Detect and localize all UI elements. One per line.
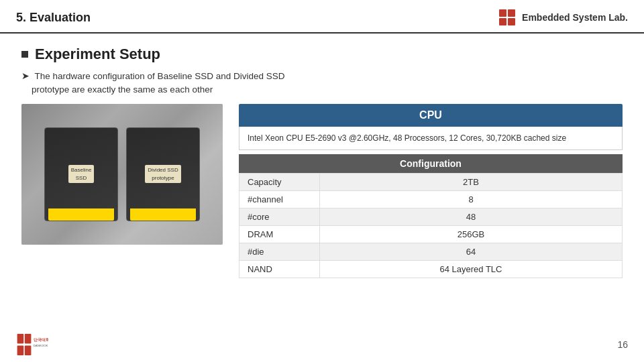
image-area: BaselineSSD Divided SSDprototype <box>21 104 223 245</box>
table-row: #channel8 <box>239 190 623 208</box>
table-row: Capacity2TB <box>239 173 623 190</box>
svg-rect-2 <box>499 18 506 25</box>
footer-logo: 단국대학교 DANKOOK UNIVERSITY <box>16 333 48 357</box>
description-line1: The hardware configuration of Baseline S… <box>35 71 285 81</box>
description: ➤ The hardware configuration of Baseline… <box>21 70 623 97</box>
config-value: 8 <box>320 190 623 208</box>
config-label: NAND <box>239 260 320 278</box>
config-value: 256GB <box>320 225 623 243</box>
pcb-image: BaselineSSD Divided SSDprototype <box>21 104 223 245</box>
footer: 단국대학교 DANKOOK UNIVERSITY 16 <box>0 333 644 357</box>
pcb-label-baseline: BaselineSSD <box>68 165 95 182</box>
config-label: Capacity <box>239 173 320 190</box>
page-title: 5. Evaluation <box>16 11 91 25</box>
pcb-label-divided: Divided SSDprototype <box>145 165 180 182</box>
config-value: 2TB <box>320 173 623 190</box>
table-row: #core48 <box>239 208 623 225</box>
config-value: 48 <box>320 208 623 225</box>
svg-rect-7 <box>25 346 32 355</box>
content-row: BaselineSSD Divided SSDprototype CPU Int… <box>21 104 623 278</box>
pcb-card-divided: Divided SSDprototype <box>126 127 200 221</box>
logo-text: Embedded System Lab. <box>522 12 628 23</box>
svg-rect-3 <box>508 18 515 25</box>
logo-area: Embedded System Lab. <box>498 8 628 27</box>
pcb-connector <box>48 208 113 221</box>
footer-logo-icon: 단국대학교 DANKOOK UNIVERSITY <box>16 333 48 357</box>
pcb-card-baseline: BaselineSSD <box>44 127 118 221</box>
config-label: #die <box>239 243 320 260</box>
config-label: DRAM <box>239 225 320 243</box>
svg-rect-4 <box>17 334 24 343</box>
svg-text:단국대학교: 단국대학교 <box>34 338 48 342</box>
cpu-description: Intel Xeon CPU E5-2690 v3 @2.60GHz, 48 P… <box>239 127 623 150</box>
svg-rect-6 <box>17 346 24 355</box>
section-title: Experiment Setup <box>21 46 623 63</box>
config-value: 64 Layered TLC <box>320 260 623 278</box>
page-number: 16 <box>617 339 628 350</box>
config-label: #core <box>239 208 320 225</box>
config-table: Capacity2TB#channel8#core48DRAM256GB#die… <box>239 173 623 278</box>
bullet-icon <box>21 51 28 58</box>
header: 5. Evaluation Embedded System Lab. <box>0 0 644 34</box>
cpu-header: CPU <box>239 104 623 127</box>
table-area: CPU Intel Xeon CPU E5-2690 v3 @2.60GHz, … <box>239 104 623 278</box>
config-label: #channel <box>239 190 320 208</box>
svg-rect-5 <box>25 334 32 343</box>
description-line2: prototype are exactly the same as each o… <box>32 84 213 95</box>
config-header: Configuration <box>239 154 623 173</box>
arrow-icon: ➤ <box>21 71 30 81</box>
section-title-text: Experiment Setup <box>35 46 160 63</box>
table-row: DRAM256GB <box>239 225 623 243</box>
svg-rect-0 <box>499 9 506 17</box>
table-row: NAND64 Layered TLC <box>239 260 623 278</box>
svg-rect-1 <box>508 9 515 17</box>
table-row: #die64 <box>239 243 623 260</box>
svg-text:DANKOOK UNIVERSITY: DANKOOK UNIVERSITY <box>34 344 48 347</box>
config-value: 64 <box>320 243 623 260</box>
logo-icon <box>498 8 517 27</box>
main-content: Experiment Setup ➤ The hardware configur… <box>0 34 644 285</box>
pcb-connector-2 <box>130 208 195 221</box>
